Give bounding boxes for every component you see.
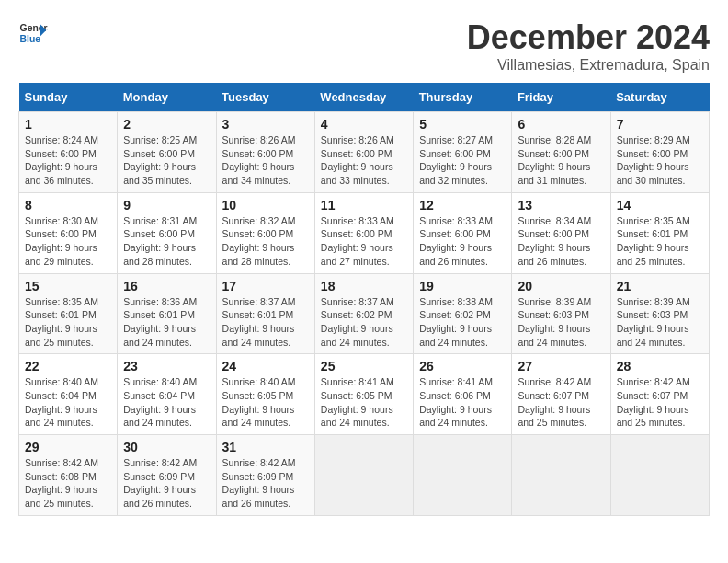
sunset-label: Sunset: 6:00 PM <box>222 228 294 239</box>
day-number: 15 <box>25 279 111 293</box>
daylight-label: Daylight: 9 hours and 28 minutes. <box>222 242 295 267</box>
weekday-header-thursday: Thursday <box>414 83 512 112</box>
calendar-cell: 17 Sunrise: 8:37 AM Sunset: 6:01 PM Dayl… <box>216 273 314 354</box>
calendar-cell: 10 Sunrise: 8:32 AM Sunset: 6:00 PM Dayl… <box>216 192 314 273</box>
daylight-label: Daylight: 9 hours and 26 minutes. <box>123 484 196 509</box>
day-number: 3 <box>222 117 309 132</box>
calendar-week-row: 8 Sunrise: 8:30 AM Sunset: 6:00 PM Dayli… <box>19 192 710 273</box>
day-number: 13 <box>518 198 604 213</box>
sunrise-label: Sunrise: 8:42 AM <box>123 457 197 468</box>
calendar-table: SundayMondayTuesdayWednesdayThursdayFrid… <box>18 83 710 516</box>
calendar-cell: 22 Sunrise: 8:40 AM Sunset: 6:04 PM Dayl… <box>19 354 118 435</box>
day-number: 9 <box>123 198 210 213</box>
sunrise-label: Sunrise: 8:39 AM <box>617 296 690 307</box>
calendar-cell: 29 Sunrise: 8:42 AM Sunset: 6:08 PM Dayl… <box>19 435 118 516</box>
day-number: 8 <box>25 198 111 213</box>
day-info: Sunrise: 8:42 AM Sunset: 6:09 PM Dayligh… <box>222 456 309 511</box>
calendar-cell: 19 Sunrise: 8:38 AM Sunset: 6:02 PM Dayl… <box>414 273 512 354</box>
day-info: Sunrise: 8:33 AM Sunset: 6:00 PM Dayligh… <box>419 214 506 269</box>
day-info: Sunrise: 8:25 AM Sunset: 6:00 PM Dayligh… <box>123 133 210 188</box>
day-info: Sunrise: 8:36 AM Sunset: 6:01 PM Dayligh… <box>123 295 210 350</box>
sunset-label: Sunset: 6:01 PM <box>123 309 195 320</box>
day-number: 2 <box>123 117 210 132</box>
calendar-cell: 3 Sunrise: 8:26 AM Sunset: 6:00 PM Dayli… <box>216 112 314 193</box>
day-number: 26 <box>419 359 506 373</box>
sunrise-label: Sunrise: 8:37 AM <box>321 296 394 307</box>
daylight-label: Daylight: 9 hours and 25 minutes. <box>25 323 97 348</box>
calendar-cell: 7 Sunrise: 8:29 AM Sunset: 6:00 PM Dayli… <box>610 112 709 193</box>
day-info: Sunrise: 8:29 AM Sunset: 6:00 PM Dayligh… <box>617 133 703 188</box>
daylight-label: Daylight: 9 hours and 34 minutes. <box>222 161 295 186</box>
sunrise-label: Sunrise: 8:33 AM <box>419 215 493 226</box>
day-info: Sunrise: 8:42 AM Sunset: 6:07 PM Dayligh… <box>518 375 604 430</box>
sunrise-label: Sunrise: 8:32 AM <box>222 215 296 226</box>
day-info: Sunrise: 8:32 AM Sunset: 6:00 PM Dayligh… <box>222 214 309 269</box>
sunrise-label: Sunrise: 8:31 AM <box>123 215 197 226</box>
calendar-cell: 1 Sunrise: 8:24 AM Sunset: 6:00 PM Dayli… <box>19 112 118 193</box>
day-info: Sunrise: 8:35 AM Sunset: 6:01 PM Dayligh… <box>617 214 703 269</box>
sunrise-label: Sunrise: 8:42 AM <box>518 376 591 387</box>
day-number: 23 <box>123 359 210 373</box>
daylight-label: Daylight: 9 hours and 25 minutes. <box>518 404 590 429</box>
daylight-label: Daylight: 9 hours and 26 minutes. <box>419 242 492 267</box>
day-info: Sunrise: 8:24 AM Sunset: 6:00 PM Dayligh… <box>25 133 111 188</box>
daylight-label: Daylight: 9 hours and 29 minutes. <box>25 242 97 267</box>
calendar-week-row: 29 Sunrise: 8:42 AM Sunset: 6:08 PM Dayl… <box>19 435 710 516</box>
sunset-label: Sunset: 6:00 PM <box>321 148 392 159</box>
day-info: Sunrise: 8:26 AM Sunset: 6:00 PM Dayligh… <box>222 133 309 188</box>
day-number: 12 <box>419 198 506 213</box>
day-number: 6 <box>518 117 604 132</box>
calendar-cell: 23 Sunrise: 8:40 AM Sunset: 6:04 PM Dayl… <box>118 354 216 435</box>
day-number: 4 <box>321 117 407 132</box>
day-number: 31 <box>222 440 309 454</box>
sunrise-label: Sunrise: 8:27 AM <box>419 134 493 145</box>
day-info: Sunrise: 8:26 AM Sunset: 6:00 PM Dayligh… <box>321 133 407 188</box>
calendar-cell: 6 Sunrise: 8:28 AM Sunset: 6:00 PM Dayli… <box>512 112 610 193</box>
daylight-label: Daylight: 9 hours and 26 minutes. <box>222 484 295 509</box>
daylight-label: Daylight: 9 hours and 24 minutes. <box>419 323 492 348</box>
logo-icon: General Blue <box>18 18 48 48</box>
day-number: 25 <box>321 359 407 373</box>
sunrise-label: Sunrise: 8:39 AM <box>518 296 591 307</box>
day-number: 22 <box>25 359 111 373</box>
day-number: 19 <box>419 279 506 293</box>
sunrise-label: Sunrise: 8:35 AM <box>25 296 98 307</box>
daylight-label: Daylight: 9 hours and 24 minutes. <box>518 323 590 348</box>
sunset-label: Sunset: 6:01 PM <box>25 309 97 320</box>
calendar-cell: 15 Sunrise: 8:35 AM Sunset: 6:01 PM Dayl… <box>19 273 118 354</box>
daylight-label: Daylight: 9 hours and 35 minutes. <box>123 161 196 186</box>
daylight-label: Daylight: 9 hours and 25 minutes. <box>617 242 689 267</box>
calendar-cell: 4 Sunrise: 8:26 AM Sunset: 6:00 PM Dayli… <box>314 112 413 193</box>
day-info: Sunrise: 8:42 AM Sunset: 6:08 PM Dayligh… <box>25 456 111 511</box>
day-info: Sunrise: 8:33 AM Sunset: 6:00 PM Dayligh… <box>321 214 407 269</box>
sunset-label: Sunset: 6:03 PM <box>617 309 688 320</box>
daylight-label: Daylight: 9 hours and 24 minutes. <box>222 323 295 348</box>
sunrise-label: Sunrise: 8:40 AM <box>25 376 98 387</box>
daylight-label: Daylight: 9 hours and 24 minutes. <box>123 404 196 429</box>
day-number: 5 <box>419 117 506 132</box>
sunrise-label: Sunrise: 8:26 AM <box>321 134 394 145</box>
sunrise-label: Sunrise: 8:40 AM <box>222 376 296 387</box>
daylight-label: Daylight: 9 hours and 31 minutes. <box>518 161 590 186</box>
sunset-label: Sunset: 6:00 PM <box>518 148 589 159</box>
weekday-header-friday: Friday <box>512 83 610 112</box>
daylight-label: Daylight: 9 hours and 30 minutes. <box>617 161 689 186</box>
sunrise-label: Sunrise: 8:36 AM <box>123 296 197 307</box>
sunset-label: Sunset: 6:08 PM <box>25 471 97 482</box>
day-number: 1 <box>25 117 111 132</box>
calendar-cell: 2 Sunrise: 8:25 AM Sunset: 6:00 PM Dayli… <box>118 112 216 193</box>
calendar-cell: 14 Sunrise: 8:35 AM Sunset: 6:01 PM Dayl… <box>610 192 709 273</box>
sunrise-label: Sunrise: 8:41 AM <box>321 376 394 387</box>
sunset-label: Sunset: 6:04 PM <box>25 390 97 401</box>
day-number: 17 <box>222 279 309 293</box>
calendar-cell: 13 Sunrise: 8:34 AM Sunset: 6:00 PM Dayl… <box>512 192 610 273</box>
day-info: Sunrise: 8:40 AM Sunset: 6:05 PM Dayligh… <box>222 375 309 430</box>
day-number: 24 <box>222 359 309 373</box>
day-info: Sunrise: 8:34 AM Sunset: 6:00 PM Dayligh… <box>518 214 604 269</box>
day-number: 21 <box>617 279 703 293</box>
sunset-label: Sunset: 6:07 PM <box>617 390 688 401</box>
calendar-cell <box>414 435 512 516</box>
sunset-label: Sunset: 6:00 PM <box>321 228 392 239</box>
day-info: Sunrise: 8:39 AM Sunset: 6:03 PM Dayligh… <box>617 295 703 350</box>
day-number: 18 <box>321 279 407 293</box>
